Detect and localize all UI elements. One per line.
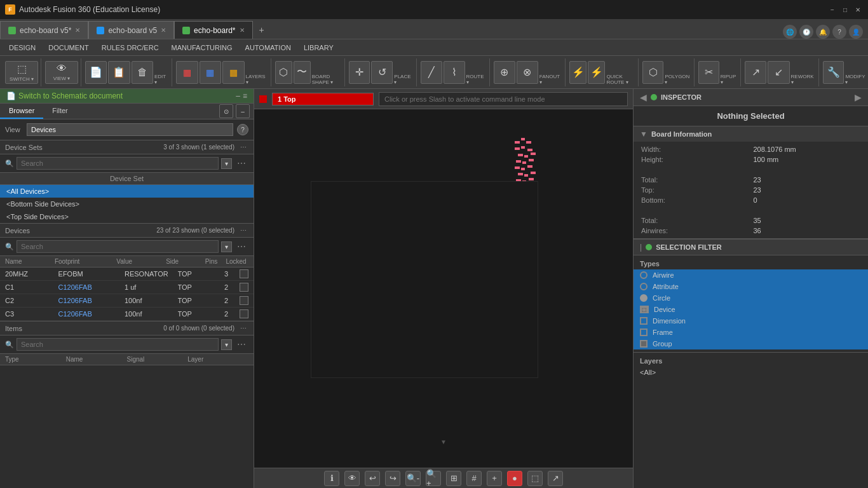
devices-search-dropdown[interactable]: ▾ <box>221 241 232 252</box>
help-icon[interactable]: ? <box>832 25 846 39</box>
zoom-out-btn[interactable]: 🔍- <box>405 471 421 486</box>
rework-btn-2[interactable]: ↙ <box>768 61 789 84</box>
select-area-btn[interactable]: ⬚ <box>527 471 543 486</box>
type-item-dimension[interactable]: Dimension <box>634 315 868 327</box>
place-move-btn[interactable]: ✛ <box>349 61 370 84</box>
device-set-bottom[interactable]: <Bottom Side Devices> <box>0 198 254 210</box>
help-button[interactable]: ? <box>237 124 248 135</box>
tab-echo-board-v5[interactable]: echo-board v5 ✕ <box>88 21 174 39</box>
web-icon[interactable]: 🌐 <box>783 25 797 39</box>
fanout-btn-2[interactable]: ⊗ <box>517 61 538 84</box>
grid-btn[interactable]: # <box>466 471 482 486</box>
tab-echo-board-star[interactable]: echo-board* ✕ <box>174 21 252 39</box>
add-tab-button[interactable]: + <box>253 21 271 39</box>
delete-btn[interactable]: 🗑 <box>132 61 153 84</box>
minimize-button[interactable]: − <box>827 4 837 15</box>
info-btn[interactable]: ℹ <box>324 471 339 486</box>
stop-btn[interactable]: ● <box>507 471 522 486</box>
device-row-c2[interactable]: C2 C1206FAB 100nf TOP 2 <box>0 294 254 308</box>
layer-btn-1[interactable]: ▦ <box>176 61 198 84</box>
device-row-20mhz[interactable]: 20MHZ EFOBM RESONATOR TOP 3 <box>0 268 254 281</box>
zoom-in-btn[interactable]: 🔍+ <box>426 471 441 486</box>
panel-zoom-select-btn[interactable]: ⊙ <box>219 104 233 118</box>
filter-tab[interactable]: Filter <box>43 104 76 119</box>
items-more-btn[interactable]: ⋯ <box>238 324 248 332</box>
inspector-left-arrow[interactable]: ◀ <box>640 92 647 102</box>
panel-filter-btn[interactable]: – <box>236 104 250 118</box>
redo-btn[interactable]: ↪ <box>385 471 400 486</box>
menu-automation[interactable]: AUTOMATION <box>239 42 297 53</box>
device-set-top[interactable]: <Top Side Devices> <box>0 210 254 223</box>
quick-route-btn-1[interactable]: ⚡ <box>569 61 587 84</box>
close-button[interactable]: ✕ <box>853 4 863 15</box>
board-shape-btn-2[interactable]: 〜 <box>294 61 311 84</box>
user-icon[interactable]: 👤 <box>849 25 863 39</box>
sel-filter-collapse-icon[interactable]: | <box>640 243 642 252</box>
tab-echo-board-v5-star[interactable]: echo-board v5* ✕ <box>0 21 88 39</box>
device-locked-checkbox[interactable] <box>240 269 248 278</box>
type-item-airwire[interactable]: Airwire <box>634 269 868 281</box>
copy-btn[interactable]: 📋 <box>108 61 130 84</box>
devices-more-btn[interactable]: ⋯ <box>238 226 248 234</box>
command-input[interactable] <box>379 92 628 106</box>
layer-btn-3[interactable]: ▦ <box>222 61 244 84</box>
eye-btn[interactable]: 👁 <box>344 471 360 486</box>
maximize-button[interactable]: □ <box>840 4 850 15</box>
device-row-c1[interactable]: C1 C1206FAB 1 uf TOP 2 <box>0 281 254 294</box>
search-dropdown-btn[interactable]: ▾ <box>221 158 232 169</box>
view-btn[interactable]: 👁 VIEW ▾ <box>45 61 78 84</box>
device-sets-more-btn[interactable]: ⋯ <box>238 143 248 151</box>
tab-close-btn[interactable]: ✕ <box>161 27 166 34</box>
menu-library[interactable]: LIBRARY <box>297 42 340 53</box>
devices-search-input[interactable] <box>17 240 219 253</box>
board-info-expand-icon[interactable]: ▼ <box>640 130 648 139</box>
layer-select[interactable]: 1 Top <box>272 93 374 105</box>
new-btn[interactable]: 📄 <box>85 61 107 84</box>
devices-search-more[interactable]: ⋯ <box>234 241 248 252</box>
inspector-right-arrow[interactable]: ▶ <box>855 92 862 102</box>
device-set-all[interactable]: <All Devices> <box>0 185 254 198</box>
items-search-input[interactable] <box>17 338 219 351</box>
pcb-canvas[interactable]: ▼ <box>254 109 633 468</box>
items-search-dropdown[interactable]: ▾ <box>221 339 232 350</box>
tab-close-btn[interactable]: ✕ <box>240 27 245 34</box>
tab-close-btn[interactable]: ✕ <box>75 27 80 34</box>
switch-btn[interactable]: ⬚ SWITCH ▾ <box>5 61 38 84</box>
menu-rules[interactable]: RULES DRC/ERC <box>95 42 165 53</box>
modify-btn[interactable]: 🔧 <box>823 61 844 84</box>
route-btn-1[interactable]: ╱ <box>421 61 442 84</box>
type-item-device[interactable]: ⬚ Device <box>634 304 868 315</box>
menu-manufacturing[interactable]: MANUFACTURING <box>165 42 239 53</box>
rework-btn-1[interactable]: ↗ <box>745 61 766 84</box>
board-info-header[interactable]: ▼ Board Information <box>634 126 868 142</box>
board-shape-btn-1[interactable]: ⬡ <box>275 61 292 84</box>
items-search-more[interactable]: ⋯ <box>234 339 248 349</box>
menu-design[interactable]: DESIGN <box>3 42 42 53</box>
undo-btn[interactable]: ↩ <box>365 471 380 486</box>
export-btn[interactable]: ↗ <box>548 471 563 486</box>
notification-icon[interactable]: 🔔 <box>816 25 830 39</box>
ripup-btn[interactable]: ✂ <box>698 61 719 84</box>
zoom-fit-btn[interactable]: ⊞ <box>446 471 461 486</box>
view-select[interactable]: Devices <box>27 123 233 136</box>
device-row-c3[interactable]: C3 C1206FAB 100nf TOP 2 <box>0 308 254 321</box>
fanout-btn-1[interactable]: ⊕ <box>494 61 515 84</box>
crosshair-btn[interactable]: + <box>487 471 502 486</box>
device-locked-checkbox[interactable] <box>240 283 248 292</box>
clock-icon[interactable]: 🕐 <box>799 25 813 39</box>
device-sets-search-input[interactable] <box>17 157 219 170</box>
schematic-switch-button[interactable]: 📄 Switch to Schematic document – ≡ <box>0 89 254 104</box>
quick-route-btn-2[interactable]: ⚡ <box>588 61 605 84</box>
minimize-panel-btn[interactable]: – <box>236 92 240 100</box>
device-locked-checkbox[interactable] <box>240 296 248 305</box>
place-rotate-btn[interactable]: ↺ <box>371 61 393 84</box>
type-item-circle[interactable]: Circle <box>634 292 868 304</box>
type-item-frame[interactable]: Frame <box>634 327 868 338</box>
menu-document[interactable]: DOCUMENT <box>42 42 95 53</box>
polygon-btn[interactable]: ⬡ <box>642 61 663 84</box>
expand-panel-btn[interactable]: ≡ <box>243 92 247 100</box>
type-item-attribute[interactable]: Attribute <box>634 281 868 292</box>
search-more-btn[interactable]: ⋯ <box>234 158 248 168</box>
layer-btn-2[interactable]: ▦ <box>200 61 221 84</box>
browser-tab[interactable]: Browser <box>0 104 43 119</box>
